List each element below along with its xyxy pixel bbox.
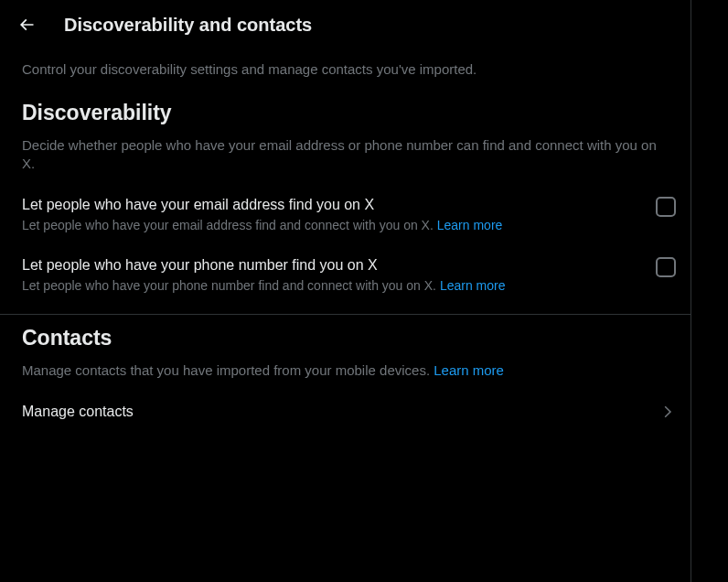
manage-contacts-link[interactable]: Manage contacts xyxy=(0,391,691,433)
email-discoverability-checkbox[interactable] xyxy=(656,197,676,217)
phone-setting-label: Let people who have your phone number fi… xyxy=(22,255,641,275)
email-learn-more-link[interactable]: Learn more xyxy=(437,218,503,232)
manage-contacts-label: Manage contacts xyxy=(22,404,134,420)
page-description: Control your discoverability settings an… xyxy=(0,49,691,90)
page-title: Discoverability and contacts xyxy=(64,15,312,36)
phone-discoverability-checkbox[interactable] xyxy=(656,257,676,277)
email-setting-label: Let people who have your email address f… xyxy=(22,195,641,215)
contacts-learn-more-link[interactable]: Learn more xyxy=(434,362,504,378)
email-discoverability-setting: Let people who have your email address f… xyxy=(0,184,691,244)
back-button[interactable] xyxy=(11,9,42,40)
phone-discoverability-setting: Let people who have your phone number fi… xyxy=(0,244,691,305)
page-header: Discoverability and contacts xyxy=(0,0,691,49)
contacts-description: Manage contacts that you have imported f… xyxy=(0,354,691,391)
email-setting-sublabel: Let people who have your email address f… xyxy=(22,217,641,233)
discoverability-description: Decide whether people who have your emai… xyxy=(0,129,691,184)
arrow-left-icon xyxy=(17,16,36,34)
phone-learn-more-link[interactable]: Learn more xyxy=(440,278,506,293)
contacts-title: Contacts xyxy=(0,315,691,354)
phone-setting-sublabel: Let people who have your phone number fi… xyxy=(22,277,641,294)
discoverability-title: Discoverability xyxy=(0,90,691,129)
chevron-right-icon xyxy=(659,404,676,420)
